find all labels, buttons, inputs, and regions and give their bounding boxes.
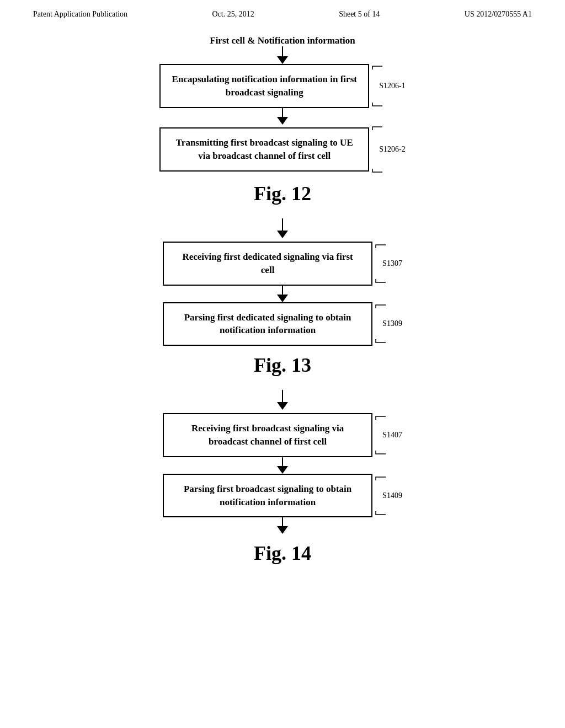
fig13-section: Receiving first dedicated signaling via … <box>55 242 510 384</box>
fig12-box1: Encapsulating notification information i… <box>159 64 369 108</box>
header-sheet: Sheet 5 of 14 <box>339 10 380 19</box>
fig14-box1-wrapper: Receiving first broadcast signaling via … <box>55 413 510 457</box>
fig12-box1-wrapper: Encapsulating notification information i… <box>55 64 510 108</box>
fig14-box1: Receiving first broadcast signaling via … <box>163 413 372 457</box>
main-content: First cell & Notification information En… <box>0 24 565 589</box>
arrow-fig13-1 <box>277 286 288 302</box>
fig14-box2: Parsing first broadcast signaling to obt… <box>163 474 372 518</box>
arrow-from-title <box>277 46 288 64</box>
fig14-box2-wrapper: Parsing first broadcast signaling to obt… <box>55 474 510 518</box>
fig12-box2-label: S1206-2 <box>379 145 405 154</box>
header-publication: Patent Application Publication <box>33 10 127 19</box>
fig13-box1-label: S1307 <box>382 259 402 268</box>
fig13-box2-label: S1309 <box>382 319 402 328</box>
fig12-label: Fig. 12 <box>254 182 311 205</box>
fig13-label: Fig. 13 <box>254 354 311 377</box>
fig14-label: Fig. 14 <box>254 542 311 565</box>
arrow-to-fig14 <box>277 390 288 410</box>
fig13-box1: Receiving first dedicated signaling via … <box>163 242 372 286</box>
fig12-box1-label: S1206-1 <box>379 82 405 90</box>
arrow-to-fig13 <box>277 218 288 238</box>
fig12-title: First cell & Notification information <box>210 35 355 46</box>
fig14-section: Receiving first broadcast signaling via … <box>55 413 510 572</box>
fig12-title-area: First cell & Notification information <box>55 35 510 64</box>
arrow-fig14-1 <box>277 457 288 474</box>
fig12-box2: Transmitting first broadcast signaling t… <box>159 127 369 172</box>
fig13-box1-wrapper: Receiving first dedicated signaling via … <box>55 242 510 286</box>
page-header: Patent Application Publication Oct. 25, … <box>0 0 565 24</box>
fig14-box1-label: S1407 <box>382 431 402 440</box>
fig13-box2: Parsing first dedicated signaling to obt… <box>163 302 372 346</box>
arrow-fig12-1 <box>277 108 288 125</box>
fig12-section: First cell & Notification information En… <box>55 35 510 213</box>
header-patent: US 2012/0270555 A1 <box>465 10 532 19</box>
fig14-box2-label: S1409 <box>382 491 402 500</box>
fig13-box2-wrapper: Parsing first dedicated signaling to obt… <box>55 302 510 346</box>
fig12-box2-wrapper: Transmitting first broadcast signaling t… <box>55 125 510 174</box>
header-date: Oct. 25, 2012 <box>212 10 254 19</box>
arrow-fig14-end <box>277 517 288 534</box>
